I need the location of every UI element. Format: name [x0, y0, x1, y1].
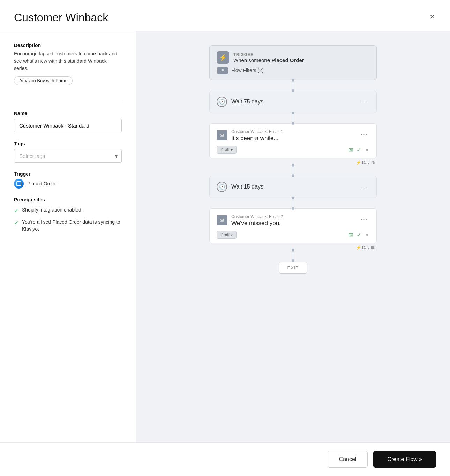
email-1-approve-icon: ✓ — [357, 147, 361, 153]
prereq-item-2: ✓ You're all set! Placed Order data is s… — [14, 219, 122, 232]
amazon-badge: Amazon Buy with Prime — [14, 76, 73, 85]
divider — [14, 102, 122, 102]
prerequisites-section: Prerequisites ✓ Shopify integration enab… — [14, 197, 122, 233]
wait-card-2-left: 🕐 Wait 15 days — [217, 182, 263, 192]
name-input[interactable] — [14, 119, 122, 132]
trigger-card-info: Trigger When someone Placed Order. — [233, 52, 306, 63]
connector-dot-bottom-3 — [292, 174, 294, 177]
wait-1-menu-button[interactable]: ··· — [359, 97, 369, 107]
connector-dot-bottom-5 — [292, 259, 294, 262]
name-field-group: Name — [14, 110, 122, 132]
email-1-draft-label: Draft — [220, 147, 230, 152]
email-2-menu-button[interactable]: ··· — [359, 214, 369, 224]
email-card-1-name: Customer Winback: Email 1 — [231, 129, 283, 134]
wait-card-1: 🕐 Wait 75 days ··· — [209, 91, 377, 113]
trigger-text-bold: Placed Order — [271, 57, 304, 63]
lightning-icon: ⚡ — [217, 51, 229, 64]
tags-placeholder: Select tags — [19, 153, 45, 159]
draft-badge-arrow-1: ▾ — [231, 148, 233, 152]
create-flow-button[interactable]: Create Flow » — [373, 451, 436, 468]
tags-field-group: Tags Select tags ▾ — [14, 141, 122, 163]
close-button[interactable]: × — [428, 11, 436, 22]
modal-header: Customer Winback × — [0, 0, 450, 31]
email-card-1-meta: Customer Winback: Email 1 It's been a wh… — [231, 129, 283, 142]
connector-dot-top-3 — [292, 164, 294, 167]
email-1-action-icons: ✉ ✓ ▼ — [348, 147, 369, 153]
description-text: Encourage lapsed customers to come back … — [14, 50, 122, 72]
clock-icon-2: 🕐 — [217, 182, 227, 192]
prereq-text-2: You're all set! Placed Order data is syn… — [22, 219, 122, 232]
tags-select[interactable]: Select tags — [14, 149, 122, 163]
name-label: Name — [14, 110, 122, 116]
wait-card-1-left: 🕐 Wait 75 days — [217, 97, 263, 107]
email-card-2-subject: We've missed you. — [231, 220, 283, 227]
email-card-2: ✉ Customer Winback: Email 2 We've missed… — [209, 208, 377, 243]
prereq-item-1: ✓ Shopify integration enabled. — [14, 207, 122, 215]
cancel-button[interactable]: Cancel — [328, 451, 368, 468]
clock-icon-1: 🕐 — [217, 97, 227, 107]
wait-text-1: Wait 75 days — [231, 99, 263, 105]
trigger-card-text: When someone Placed Order. — [233, 57, 306, 63]
modal-title: Customer Winback — [14, 11, 108, 24]
email-card-1-header: ✉ Customer Winback: Email 1 It's been a … — [217, 129, 369, 142]
icon-inner — [16, 181, 21, 186]
prereq-label: Prerequisites — [14, 197, 122, 202]
email-2-action-icons: ✉ ✓ ▼ — [348, 232, 369, 238]
email-1-filter-icon: ▼ — [365, 147, 369, 153]
flow-filters-row: ≡ Flow Filters (2) — [217, 67, 369, 74]
connector-dot-bottom-4 — [292, 207, 294, 210]
placed-order-icon — [14, 179, 24, 189]
connector-dot-top-4 — [292, 197, 294, 199]
trigger-text-end: . — [304, 57, 306, 63]
wait-text-2: Wait 15 days — [231, 184, 263, 190]
email-icon-1: ✉ — [217, 130, 227, 140]
prereq-text-1: Shopify integration enabled. — [22, 207, 83, 214]
connector-1 — [293, 80, 293, 91]
trigger-item: Placed Order — [14, 179, 122, 189]
connector-3 — [293, 165, 293, 176]
trigger-label: Trigger — [14, 171, 122, 177]
left-panel: Description Encourage lapsed customers t… — [0, 31, 136, 442]
email-card-2-header: ✉ Customer Winback: Email 2 We've missed… — [217, 214, 369, 227]
trigger-card: ⚡ Trigger When someone Placed Order. ≡ F… — [209, 45, 377, 80]
flow-filters-label: Flow Filters (2) — [231, 68, 264, 73]
description-label: Description — [14, 43, 122, 48]
trigger-card-header: ⚡ Trigger When someone Placed Order. — [217, 51, 369, 64]
modal-body: Description Encourage lapsed customers t… — [0, 31, 450, 442]
email-icon-2: ✉ — [217, 215, 227, 225]
description-section: Description Encourage lapsed customers t… — [14, 43, 122, 93]
email-1-draft-badge[interactable]: Draft ▾ — [217, 146, 237, 154]
connector-dot-top-2 — [292, 112, 294, 114]
filter-icon: ≡ — [217, 67, 228, 74]
connector-5 — [293, 250, 293, 261]
email-2-approve-icon: ✓ — [357, 232, 361, 238]
connector-dot-top-1 — [292, 79, 294, 82]
modal-footer: Cancel Create Flow » — [0, 442, 450, 476]
email-2-check-icon: ✉ — [348, 232, 353, 238]
email-card-2-name: Customer Winback: Email 2 — [231, 214, 283, 219]
flow-container: ⚡ Trigger When someone Placed Order. ≡ F… — [209, 45, 377, 274]
email-card-1: ✉ Customer Winback: Email 1 It's been a … — [209, 123, 377, 158]
connector-dot-bottom-2 — [292, 122, 294, 125]
email-1-check-icon: ✉ — [348, 147, 353, 153]
trigger-section: Trigger Placed Order — [14, 171, 122, 189]
modal: Customer Winback × Description Encourage… — [0, 0, 450, 476]
email-card-2-left: ✉ Customer Winback: Email 2 We've missed… — [217, 214, 283, 227]
wait-2-menu-button[interactable]: ··· — [359, 182, 369, 192]
email-2-draft-badge[interactable]: Draft ▾ — [217, 231, 237, 239]
email-card-2-footer: Draft ▾ ✉ ✓ ▼ — [217, 231, 369, 239]
tags-select-wrapper: Select tags ▾ — [14, 149, 122, 163]
right-panel: ⚡ Trigger When someone Placed Order. ≡ F… — [136, 31, 450, 442]
email-2-draft-label: Draft — [220, 232, 230, 237]
email-1-menu-button[interactable]: ··· — [359, 129, 369, 139]
email-card-2-meta: Customer Winback: Email 2 We've missed y… — [231, 214, 283, 227]
connector-dot-top-5 — [292, 249, 294, 252]
trigger-value: Placed Order — [27, 181, 56, 186]
wait-card-2: 🕐 Wait 15 days ··· — [209, 176, 377, 198]
trigger-text-prefix: When someone — [233, 57, 271, 63]
email-card-1-subject: It's been a while... — [231, 135, 283, 142]
connector-4 — [293, 198, 293, 208]
email-card-1-footer: Draft ▾ ✉ ✓ ▼ — [217, 146, 369, 154]
connector-dot-bottom-1 — [292, 89, 294, 92]
exit-box: EXIT — [279, 262, 308, 274]
